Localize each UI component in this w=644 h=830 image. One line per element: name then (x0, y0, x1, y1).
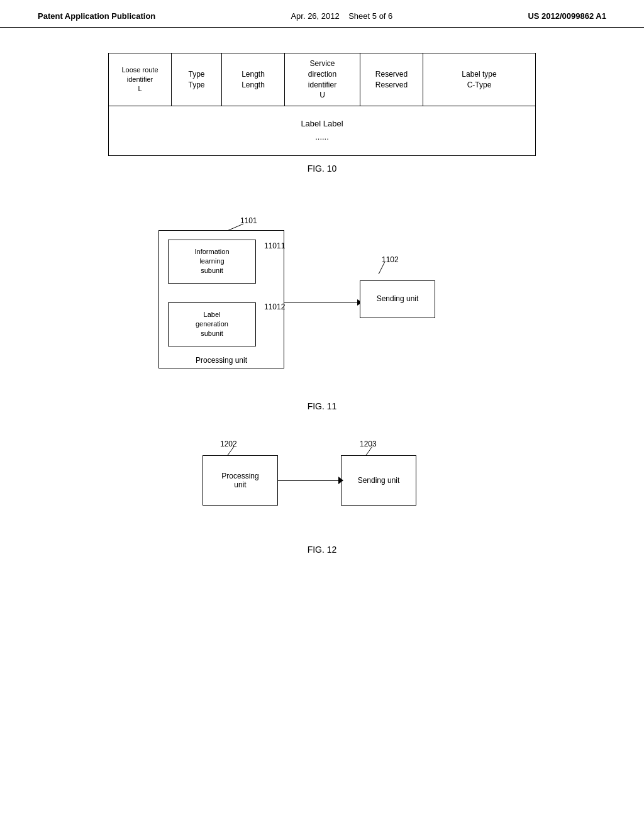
fig12-processing-label: Processing unit (221, 472, 258, 489)
fig11-info-learning-box: Information learning subunit (168, 240, 256, 284)
fig11-ref-11012: 11012 (264, 302, 285, 311)
fig12-sending-label: Sending unit (358, 476, 400, 485)
cell-length: Length Length (222, 53, 285, 106)
fig10-caption: FIG. 10 (38, 163, 606, 174)
header-date: Apr. 26, 2012 (291, 11, 339, 21)
cell-loose-route: Loose route identifier L (109, 53, 172, 106)
table-bottom-row: Label Label ...... (109, 106, 535, 155)
fig11-caption: FIG. 11 (108, 401, 536, 411)
fig12-caption: FIG. 12 (165, 545, 479, 555)
header-sheet: Sheet 5 of 6 (348, 11, 392, 21)
fig11-container: Information learning subunit Label gener… (108, 192, 536, 411)
label-dots: ...... (315, 131, 329, 144)
fig10-table: Loose route identifier L Type Type Lengt… (108, 53, 536, 156)
info-learning-label: Information learning subunit (194, 247, 229, 276)
fig12-container: Processing unit Sending unit 1202 1203 F (165, 436, 479, 555)
header-right: US 2012/0099862 A1 (528, 11, 606, 21)
cell-type: Type Type (172, 53, 222, 106)
table-top-row: Loose route identifier L Type Type Lengt… (109, 53, 535, 106)
fig11-diagram: Information learning subunit Label gener… (108, 192, 536, 394)
fig11-ref-11011: 11011 (264, 241, 285, 250)
header-left: Patent Application Publication (38, 11, 155, 21)
cell-service-direction: Service direction identifier U (285, 53, 360, 106)
label-label-text: Label Label (301, 118, 343, 131)
fig11-ref-1102: 1102 (382, 255, 399, 264)
fig12-diagram: Processing unit Sending unit 1202 1203 (165, 436, 479, 537)
fig11-label-gen-box: Label generation subunit (168, 302, 256, 346)
fig11-processing-unit-label: Processing unit (158, 356, 284, 365)
fig11-sending-unit-box: Sending unit (360, 280, 435, 318)
cell-reserved: Reserved Reserved (360, 53, 423, 106)
fig10-container: Loose route identifier L Type Type Lengt… (38, 53, 606, 174)
main-content: Loose route identifier L Type Type Lengt… (0, 34, 644, 573)
page-header: Patent Application Publication Apr. 26, … (0, 0, 644, 28)
fig12-arrow-line (278, 480, 341, 481)
fig11-ref-1101: 1101 (240, 216, 257, 225)
fig12-ref-1202: 1202 (220, 440, 237, 448)
fig12-processing-unit-box: Processing unit (203, 455, 278, 506)
fig12-sending-unit-box: Sending unit (341, 455, 416, 506)
header-center: Apr. 26, 2012 Sheet 5 of 6 (291, 11, 392, 21)
label-gen-label: Label generation subunit (196, 310, 228, 339)
fig12-arrow-head (338, 477, 343, 484)
fig12-ref-1203: 1203 (360, 440, 377, 448)
cell-label-type: Label type C-Type (423, 53, 535, 106)
